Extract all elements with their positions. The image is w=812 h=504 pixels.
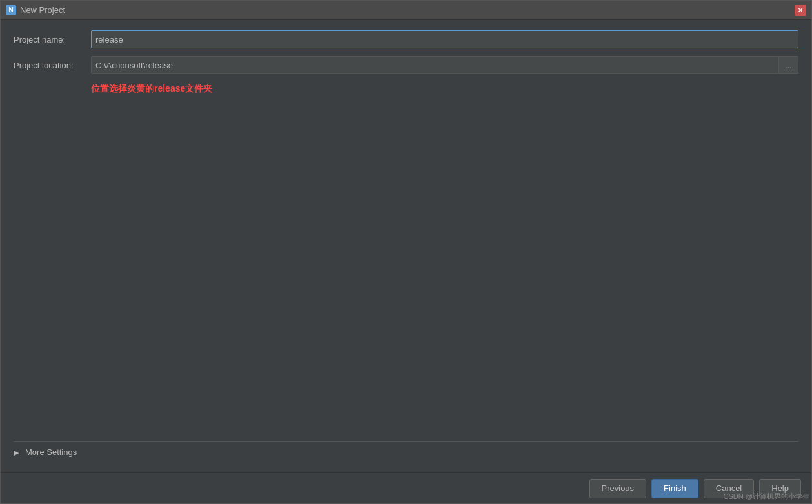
- more-settings-label: More Settings: [25, 447, 77, 457]
- window-title: New Project: [20, 5, 795, 15]
- location-input-wrap: ...: [91, 56, 798, 74]
- browse-button[interactable]: ...: [779, 56, 798, 74]
- expand-icon: ▶: [14, 449, 21, 456]
- project-location-input[interactable]: [91, 56, 779, 74]
- close-button[interactable]: ✕: [795, 5, 806, 16]
- watermark: CSDN @计算机界的小学生: [724, 492, 809, 501]
- window-icon: N: [6, 5, 16, 15]
- project-name-row: Project name:: [14, 30, 798, 48]
- new-project-window: N New Project ✕ Project name: Project lo…: [0, 0, 812, 504]
- spacer: [14, 100, 798, 441]
- more-settings-row[interactable]: ▶ More Settings: [14, 441, 798, 462]
- finish-button[interactable]: Finish: [651, 479, 698, 498]
- project-location-row: Project location: ...: [14, 56, 798, 74]
- annotation-text: 位置选择炎黄的release文件夹: [91, 83, 798, 95]
- title-bar: N New Project ✕: [1, 1, 811, 20]
- project-location-label: Project location:: [14, 61, 91, 70]
- project-name-input[interactable]: [91, 30, 798, 48]
- previous-button[interactable]: Previous: [589, 479, 647, 498]
- bottom-bar: Previous Finish Cancel Help: [1, 472, 811, 503]
- content-area: Project name: Project location: ... 位置选择…: [1, 20, 811, 472]
- project-name-label: Project name:: [14, 35, 91, 44]
